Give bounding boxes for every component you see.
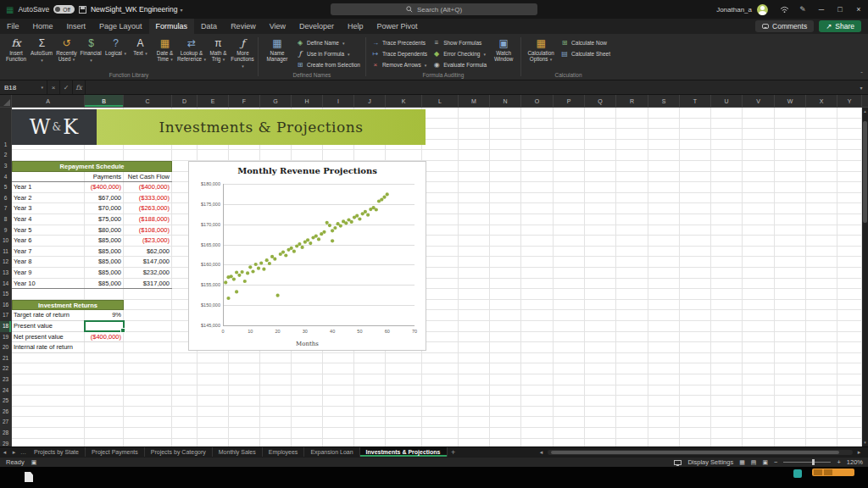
ribbon-tab-formulas[interactable]: Formulas — [149, 19, 195, 34]
ribbon-tab-review[interactable]: Review — [224, 19, 263, 34]
share-button[interactable]: ↗Share — [819, 20, 861, 32]
sheet-tab-projects-by-state[interactable]: Projects by State — [28, 447, 86, 457]
sheet-tab-investments-projections[interactable]: Investments & Projections — [360, 447, 448, 457]
column-header-h[interactable]: H — [292, 95, 323, 107]
banner-image[interactable]: W&K Investments & Projections — [12, 109, 426, 145]
vertical-scrollbar-thumb[interactable] — [863, 121, 867, 223]
row-header-24[interactable]: 24 — [0, 385, 11, 396]
row-header-9[interactable]: 9 — [0, 225, 11, 236]
math-trig-button[interactable]: πMath & Trig ▾ — [206, 36, 231, 63]
save-icon[interactable] — [79, 6, 86, 14]
returns-row-internal-rate-of-return[interactable]: Internal rate of return — [12, 342, 124, 353]
row-header-6[interactable]: 6 — [0, 193, 11, 204]
column-header-n[interactable]: N — [490, 95, 521, 107]
column-header-a[interactable]: A — [12, 95, 85, 107]
ribbon-tab-file[interactable]: File — [0, 19, 26, 34]
sheet-tab-employees[interactable]: Employees — [263, 447, 305, 457]
row-header-27[interactable]: 27 — [0, 417, 11, 428]
network-icon[interactable] — [775, 0, 793, 19]
repayment-row-year-8[interactable]: Year 8$85,000$147,000 — [12, 257, 172, 268]
row-header-23[interactable]: 23 — [0, 374, 11, 385]
selected-cell-b18[interactable] — [84, 320, 125, 332]
column-header-f[interactable]: F — [229, 95, 260, 107]
use-in-formula-button[interactable]: ƒUse in Formula▾ — [293, 48, 363, 59]
column-header-m[interactable]: M — [459, 95, 490, 107]
zoom-out-button[interactable]: − — [774, 458, 777, 466]
row-header-3[interactable]: 3 — [0, 161, 11, 172]
column-header-c[interactable]: C — [124, 95, 172, 107]
more-functions-button[interactable]: ƒMore Functions ▾ — [231, 36, 255, 69]
ribbon-tab-home[interactable]: Home — [26, 19, 60, 34]
repayment-row-year-6[interactable]: Year 6$85,000($23,000) — [12, 236, 172, 247]
edit-icon[interactable]: ✎ — [793, 0, 812, 19]
ribbon-tab-view[interactable]: View — [263, 19, 292, 34]
error-checking-button[interactable]: ◆Error Checking▾ — [430, 48, 489, 59]
minimize-button[interactable]: ─ — [812, 0, 831, 19]
name-box-caret-icon[interactable]: ▾ — [41, 85, 43, 90]
scroll-down-icon[interactable]: ▾ — [862, 439, 868, 446]
column-header-g[interactable]: G — [260, 95, 292, 107]
row-header-2[interactable]: 2 — [0, 150, 11, 161]
column-header-p[interactable]: P — [554, 95, 585, 107]
horizontal-scrollbar[interactable]: ◂ ▸ — [532, 447, 868, 457]
calculate-sheet-button[interactable]: ▤Calculate Sheet — [558, 48, 613, 59]
column-header-u[interactable]: U — [711, 95, 743, 107]
ribbon-tab-developer[interactable]: Developer — [292, 19, 341, 34]
formula-input[interactable] — [86, 80, 854, 94]
remove-arrows-button[interactable]: ×Remove Arrows▾ — [369, 59, 430, 70]
maximize-button[interactable]: □ — [831, 0, 849, 19]
date-time-button[interactable]: ▦Date & Time ▾ — [153, 36, 177, 63]
row-header-20[interactable]: 20 — [0, 342, 11, 353]
column-header-j[interactable]: J — [354, 95, 386, 107]
insert-function-button[interactable]: fxInsert Function — [3, 36, 30, 62]
repayment-row-year-9[interactable]: Year 9$85,000$232,000 — [12, 268, 172, 279]
user-name[interactable]: Jonathan_a — [716, 6, 752, 14]
sheet-tab-monthly-sales[interactable]: Monthly Sales — [213, 447, 263, 457]
row-header-14[interactable]: 14 — [0, 279, 11, 290]
repayment-row-year-7[interactable]: Year 7$85,000$62,000 — [12, 247, 172, 258]
row-header-10[interactable]: 10 — [0, 236, 11, 247]
formula-bar-expand-icon[interactable]: ▾ — [854, 80, 868, 94]
column-header-s[interactable]: S — [648, 95, 680, 107]
row-header-29[interactable]: 29 — [0, 439, 11, 446]
column-header-k[interactable]: K — [386, 95, 422, 107]
row-header-28[interactable]: 28 — [0, 428, 11, 439]
close-button[interactable]: × — [849, 0, 868, 19]
tab-overflow-icon[interactable]: … — [19, 447, 28, 457]
row-header-7[interactable]: 7 — [0, 203, 11, 214]
accessibility-icon[interactable]: ▣ — [31, 459, 37, 466]
sheet-tab-projects-by-category[interactable]: Projects by Category — [145, 447, 213, 457]
row-header-16[interactable]: 16 — [0, 300, 11, 311]
financial-button[interactable]: $Financial ▾ — [79, 36, 103, 64]
column-header-t[interactable]: T — [680, 95, 711, 107]
trace-dependents-button[interactable]: ↦Trace Dependents — [369, 48, 430, 59]
column-header-l[interactable]: L — [422, 95, 459, 107]
row-header-18[interactable]: 18 — [0, 321, 11, 332]
row-header-8[interactable]: 8 — [0, 214, 11, 225]
logical-button[interactable]: ?Logical ▾ — [103, 36, 128, 57]
hscroll-left-icon[interactable]: ◂ — [537, 449, 546, 456]
text-button[interactable]: AText ▾ — [128, 36, 153, 57]
zoom-slider-thumb[interactable] — [812, 459, 815, 465]
define-name-button[interactable]: ◈Define Name▾ — [293, 37, 363, 48]
create-from-selection-button[interactable]: ⊞Create from Selection — [293, 59, 363, 70]
row-header-5[interactable]: 5 — [0, 182, 11, 193]
name-manager-button[interactable]: ▦Name Manager — [261, 36, 293, 62]
row-header-1[interactable]: 1 — [0, 140, 11, 151]
column-header-w[interactable]: W — [775, 95, 806, 107]
tab-scroll-left-icon[interactable]: ◂ — [0, 447, 9, 457]
row-header-25[interactable]: 25 — [0, 396, 11, 407]
repayment-row-year-3[interactable]: Year 3$70,000($263,000) — [12, 203, 172, 214]
vertical-scrollbar[interactable]: ▴ ▾ — [862, 108, 868, 446]
search-input[interactable]: Search (Alt+Q) — [331, 3, 537, 15]
column-header-y[interactable]: Y — [837, 95, 862, 107]
row-header-4[interactable]: 4 — [0, 172, 11, 183]
ribbon-tab-page-layout[interactable]: Page Layout — [92, 19, 149, 34]
column-header-q[interactable]: Q — [585, 95, 616, 107]
ribbon-tab-power-pivot[interactable]: Power Pivot — [370, 19, 425, 34]
row-header-21[interactable]: 21 — [0, 353, 11, 364]
revenue-projections-chart[interactable]: $145,000$150,000$155,000$160,000$165,000… — [188, 161, 426, 351]
watch-window-button[interactable]: ▣Watch Window — [489, 36, 518, 62]
calculation-options-button[interactable]: ▦Calculation Options ▾ — [524, 36, 558, 63]
avatar[interactable] — [757, 4, 768, 15]
